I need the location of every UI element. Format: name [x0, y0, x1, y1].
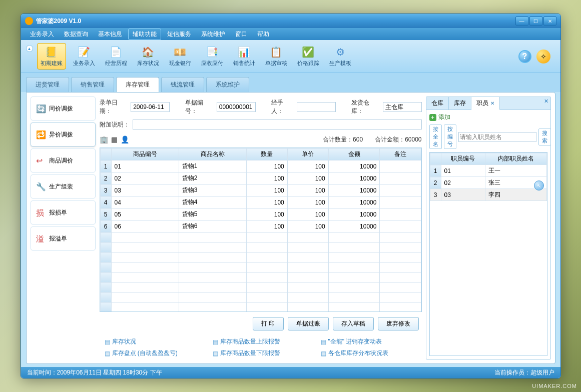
link-5[interactable]: 各仓库库存分布状况表: [321, 349, 417, 358]
tool-1[interactable]: 📝业务录入: [70, 44, 98, 69]
warehouse-input[interactable]: [383, 102, 422, 112]
menu-5[interactable]: 系统维护: [197, 29, 229, 40]
emp-row[interactable]: 202张三: [430, 177, 546, 189]
amt-value: 60000: [405, 136, 421, 143]
menu-4[interactable]: 短信服务: [163, 29, 195, 40]
table-row[interactable]: 101货物110010010000: [100, 160, 421, 172]
main-tabs: 进货管理销售管理库存管理钱流管理系统维护: [21, 73, 560, 92]
emp-row[interactable]: 303李四: [430, 189, 546, 201]
action-2[interactable]: 存入草稿: [333, 317, 374, 330]
tool-4[interactable]: 💴现金银行: [166, 44, 194, 69]
right-tab-2[interactable]: 职员 ✕: [471, 97, 500, 110]
warehouse-label: 发货仓库：: [351, 98, 380, 116]
menu-0[interactable]: 业务录入: [26, 29, 58, 40]
maximize-button[interactable]: ☐: [529, 16, 542, 26]
add-button[interactable]: 添加: [429, 113, 547, 122]
main-tab-2[interactable]: 库存管理: [116, 77, 159, 92]
action-0[interactable]: 打 印: [253, 317, 283, 330]
grid-icon-1[interactable]: 🏢: [100, 136, 108, 144]
sidebar-item-2[interactable]: ↩商品调价: [31, 148, 96, 172]
toolbar: 📒初期建账📝业务录入📄经营历程🏠库存状况💴现金银行📑应收应付📊销售统计📋单据审核…: [37, 43, 513, 70]
right-tab-1[interactable]: 库存: [449, 97, 471, 110]
right-tab-0[interactable]: 仓库: [426, 97, 449, 110]
tool-3[interactable]: 🏠库存状况: [134, 44, 162, 69]
number-input[interactable]: [217, 102, 256, 112]
tool-0[interactable]: 📒初期建账: [37, 43, 66, 70]
filter-fullname[interactable]: 按全名: [429, 124, 442, 149]
minimize-button[interactable]: —: [515, 16, 528, 26]
grid-icon-2[interactable]: ▦: [111, 136, 118, 144]
link-0[interactable]: 库存状况: [105, 338, 201, 346]
main-tab-4[interactable]: 系统维护: [206, 77, 249, 92]
action-3[interactable]: 废弃修改: [378, 317, 419, 330]
handler-input[interactable]: [297, 102, 336, 112]
help-icon[interactable]: ?: [518, 50, 531, 63]
employee-search-input[interactable]: [458, 132, 536, 142]
amt-label: 合计金额：: [375, 136, 405, 143]
main-tab-1[interactable]: 销售管理: [71, 77, 114, 92]
date-input[interactable]: [131, 102, 170, 112]
table-row[interactable]: [100, 302, 421, 312]
tool-9[interactable]: ⚙生产模板: [326, 44, 354, 69]
action-1[interactable]: 单据过账: [288, 317, 329, 330]
main-tab-0[interactable]: 进货管理: [26, 77, 69, 92]
table-row[interactable]: [100, 292, 421, 302]
menu-6[interactable]: 窗口: [231, 29, 251, 40]
menu-7[interactable]: 帮助: [253, 29, 273, 40]
status-time: 2009年06月11日 星期四 18时30分 下午: [57, 369, 162, 376]
sidebar-item-0[interactable]: 🔄同价调拨: [31, 96, 96, 120]
right-tabs: 仓库库存职员 ✕: [426, 97, 550, 110]
employee-grid[interactable]: 职员编号内部职员姓名101王一202张三303李四 ↖: [429, 152, 547, 356]
table-row[interactable]: 202货物210010010000: [100, 172, 421, 184]
app-window: 管家婆2009 V1.0 — ☐ ✕ 业务录入数据查询基本信息辅助功能短信服务系…: [21, 14, 561, 378]
sidebar-item-3[interactable]: 🔧生产组装: [31, 174, 96, 198]
action-bar: 打 印单据过账存入草稿废弃修改: [100, 312, 422, 336]
sidebar-item-5[interactable]: 溢报溢单: [31, 226, 96, 250]
table-row[interactable]: [100, 232, 421, 242]
menubar: 业务录入数据查询基本信息辅助功能短信服务系统维护窗口帮助: [21, 28, 560, 40]
tool-6[interactable]: 📊销售统计: [230, 44, 258, 69]
sidebar: 🔄同价调拨🔁异价调拨↩商品调价🔧生产组装损报损单溢报溢单: [31, 96, 96, 360]
date-label: 录单日期：: [100, 98, 128, 116]
main-grid[interactable]: 商品编号商品名称数量单价金额备注101货物110010010000202货物21…: [100, 148, 422, 312]
handler-label: 经手人：: [271, 98, 294, 116]
table-row[interactable]: 606货物610010010000: [100, 220, 421, 232]
close-button[interactable]: ✕: [543, 16, 556, 26]
table-row[interactable]: [100, 252, 421, 262]
center-panel: 录单日期： 单据编号： 经手人： 发货仓库： 附加说明： 🏢 ▦: [100, 96, 422, 360]
watermark: UIMAKER.COM: [532, 383, 577, 389]
sidebar-item-4[interactable]: 损报损单: [31, 200, 96, 224]
tool-7[interactable]: 📋单据审核: [262, 44, 290, 69]
collapse-toolbar-button[interactable]: ▲: [26, 45, 33, 52]
grid-icon-3[interactable]: 👤: [121, 136, 129, 144]
table-row[interactable]: 404货物410010010000: [100, 196, 421, 208]
menu-3[interactable]: 辅助功能: [128, 28, 161, 40]
table-row[interactable]: 303货物310010010000: [100, 184, 421, 196]
emp-row[interactable]: 101王一: [430, 165, 546, 177]
app-icon: [25, 17, 33, 25]
titlebar[interactable]: 管家婆2009 V1.0 — ☐ ✕: [21, 14, 560, 28]
table-row[interactable]: [100, 282, 421, 292]
logo-icon: ✧: [536, 50, 550, 64]
panel-close-icon[interactable]: ✕: [544, 98, 548, 104]
sidebar-item-1[interactable]: 🔁异价调拨: [31, 122, 96, 146]
link-3[interactable]: 库存盘点 (自动盘盈盘亏): [105, 349, 201, 358]
table-row[interactable]: [100, 262, 421, 272]
filter-code[interactable]: 按编号: [444, 124, 456, 149]
link-2[interactable]: "全能" 进销存变动表: [321, 338, 417, 346]
tool-5[interactable]: 📑应收应付: [198, 44, 226, 69]
menu-2[interactable]: 基本信息: [94, 29, 126, 40]
pointer-badge-icon: ↖: [534, 180, 544, 190]
menu-1[interactable]: 数据查询: [60, 29, 92, 40]
link-4[interactable]: 库存商品数量下限报警: [213, 349, 309, 358]
table-row[interactable]: 505货物510010010000: [100, 208, 421, 220]
qty-label: 合计数量：: [323, 136, 353, 143]
table-row[interactable]: [100, 272, 421, 282]
tool-8[interactable]: ✅价格跟踪: [294, 44, 322, 69]
search-button[interactable]: 搜索: [538, 128, 551, 146]
link-1[interactable]: 库存商品数量上限报警: [213, 338, 309, 346]
remark-input[interactable]: [133, 120, 422, 130]
main-tab-3[interactable]: 钱流管理: [161, 77, 204, 92]
tool-2[interactable]: 📄经营历程: [102, 44, 130, 69]
table-row[interactable]: [100, 242, 421, 252]
